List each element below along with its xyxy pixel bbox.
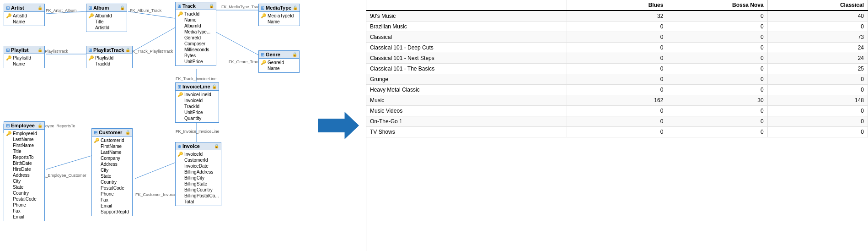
row-label: On-The-Go 1	[366, 116, 567, 127]
table-row: 90's Music32040	[366, 11, 868, 22]
er-table-mediatype: ⊞ MediaType 🔒 🔑MediaTypeId Name	[258, 4, 300, 26]
cell-bossa-nova: 0	[667, 32, 767, 43]
table-row: Heavy Metal Classic000	[366, 85, 868, 95]
fk-track-playlisttrack: FK_Track_PlaylistTrack	[130, 49, 173, 54]
svg-line-3	[216, 32, 258, 55]
row-label: Heavy Metal Classic	[366, 85, 567, 95]
fk-track-invoiceline: FK_Track_InvoiceLine	[176, 76, 216, 81]
invoice-table-title: Invoice	[182, 143, 200, 149]
er-diagram: FK_Artist_Album FK_Album_Track FK_MediaT…	[0, 0, 311, 251]
cell-classical: 24	[767, 43, 868, 53]
data-table-panel: Blues Bossa Nova Classical 90's Music320…	[366, 0, 868, 251]
cell-bossa-nova: 30	[667, 95, 767, 106]
row-label: Music	[366, 95, 567, 106]
row-label: Music Videos	[366, 106, 567, 116]
cell-blues: 0	[567, 53, 667, 64]
fk-customer-invoice: FK_Customer_Invoice	[135, 192, 176, 197]
table-row: Music16230148	[366, 95, 868, 106]
cell-blues: 0	[567, 74, 667, 85]
col-header-blues: Blues	[567, 0, 667, 11]
fk-invoice-invoiceline: FK_Invoice_InvoiceLine	[176, 129, 220, 134]
cell-blues: 0	[567, 85, 667, 95]
cell-blues: 0	[567, 43, 667, 53]
fk-album-track: FK_Album_Track	[130, 8, 161, 13]
album-table-title: Album	[93, 5, 109, 11]
cell-classical: 25	[767, 64, 868, 74]
table-row: Classical 101 - Next Steps0024	[366, 53, 868, 64]
row-label: 90's Music	[366, 11, 567, 22]
row-label: Classical 101 - The Basics	[366, 64, 567, 74]
er-table-invoice: ⊞ Invoice 🔒 🔑InvoiceId CustomerId Invoic…	[175, 142, 221, 206]
table-row: On-The-Go 1000	[366, 116, 868, 127]
employee-table-title: Employee	[11, 123, 35, 128]
cell-classical: 73	[767, 32, 868, 43]
cell-classical: 148	[767, 95, 868, 106]
cell-bossa-nova: 0	[667, 127, 767, 137]
fk-employee-customer: FK_Employee_Customer	[40, 173, 86, 178]
fk-artist-album: FK_Artist_Album	[46, 8, 77, 13]
table-row: Classical 101 - Deep Cuts0024	[366, 43, 868, 53]
cell-classical: 24	[767, 53, 868, 64]
row-label: Classical 101 - Deep Cuts	[366, 43, 567, 53]
row-label: Classical 101 - Next Steps	[366, 53, 567, 64]
cell-bossa-nova: 0	[667, 11, 767, 22]
svg-line-12	[135, 163, 175, 179]
cell-blues: 0	[567, 64, 667, 74]
fk-mediatype-track: FK_MediaType_Track	[221, 5, 262, 9]
cell-classical: 0	[767, 116, 868, 127]
row-label: Grunge	[366, 74, 567, 85]
playlist-table-title: Playlist	[11, 47, 29, 53]
row-label: Classical	[366, 32, 567, 43]
cell-classical: 0	[767, 22, 868, 32]
svg-line-11	[46, 156, 91, 169]
invoiceline-table-title: InvoiceLine	[182, 84, 210, 89]
cell-classical: 0	[767, 106, 868, 116]
table-row: Classical 101 - The Basics0025	[366, 64, 868, 74]
er-table-album: ⊞ Album 🔒 🔑AlbumId Title ArtistId	[86, 4, 127, 32]
er-table-invoiceline: ⊞ InvoiceLine 🔒 🔑InvoiceLineId InvoiceId…	[175, 82, 219, 123]
cell-classical: 40	[767, 11, 868, 22]
cell-bossa-nova: 0	[667, 53, 767, 64]
cell-blues: 162	[567, 95, 667, 106]
cell-blues: 0	[567, 106, 667, 116]
genre-table-title: Genre	[266, 52, 280, 57]
er-table-playlisttrack: ⊞ PlaylistTrack 🔒 🔑PlaylistId TrackId	[86, 46, 133, 68]
cell-classical: 0	[767, 74, 868, 85]
table-row: TV Shows000	[366, 127, 868, 137]
er-table-artist: ⊞ Artist 🔒 🔑ArtistId Name	[4, 4, 45, 26]
er-table-playlist: ⊞ Playlist 🔒 🔑PlaylistId Name	[4, 46, 45, 68]
er-table-genre: ⊞ Genre 🔒 🔑GenreId Name	[258, 50, 300, 73]
cell-bossa-nova: 0	[667, 116, 767, 127]
cell-classical: 0	[767, 127, 868, 137]
cell-bossa-nova: 0	[667, 64, 767, 74]
er-table-track: ⊞ Track 🔒 🔑TrackId Name AlbumId MediaTyp…	[175, 2, 216, 66]
track-table-title: Track	[182, 3, 196, 9]
cell-classical: 0	[767, 85, 868, 95]
pivot-table: Blues Bossa Nova Classical 90's Music320…	[366, 0, 868, 137]
transform-arrow	[311, 0, 366, 251]
artist-table-title: Artist	[11, 5, 24, 11]
playlisttrack-table-title: PlaylistTrack	[93, 47, 124, 53]
er-table-employee: ⊞ Employee 🔒 🔑EmployeeId LastName FirstN…	[4, 121, 45, 221]
row-label: TV Shows	[366, 127, 567, 137]
arrow-shape	[318, 112, 359, 139]
table-row: Brazilian Music000	[366, 22, 868, 32]
cell-bossa-nova: 0	[667, 43, 767, 53]
col-header-bossa-nova: Bossa Nova	[667, 0, 767, 11]
table-row: Classical0073	[366, 32, 868, 43]
cell-bossa-nova: 0	[667, 85, 767, 95]
cell-bossa-nova: 0	[667, 22, 767, 32]
row-label: Brazilian Music	[366, 22, 567, 32]
table-row: Grunge000	[366, 74, 868, 85]
cell-blues: 0	[567, 116, 667, 127]
cell-blues: 0	[567, 127, 667, 137]
col-header-classical: Classical	[767, 0, 868, 11]
customer-table-title: Customer	[99, 130, 122, 135]
col-header-row-label	[366, 0, 567, 11]
cell-blues: 0	[567, 22, 667, 32]
cell-bossa-nova: 0	[667, 106, 767, 116]
table-row: Music Videos000	[366, 106, 868, 116]
mediatype-table-title: MediaType	[266, 5, 291, 11]
er-table-customer: ⊞ Customer 🔒 🔑CustomerId FirstName LastN…	[91, 128, 133, 216]
cell-blues: 0	[567, 32, 667, 43]
